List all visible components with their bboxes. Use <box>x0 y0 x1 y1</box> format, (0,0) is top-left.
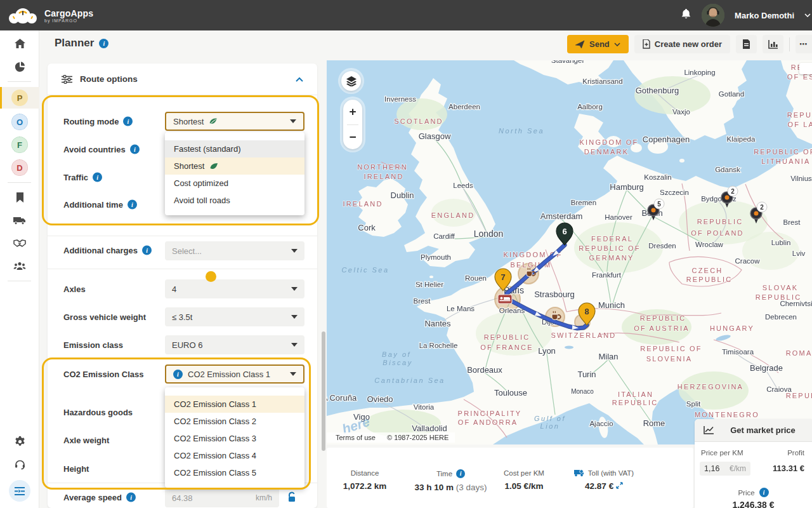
route-stats-bar: Distance 1,072.2 km Time 33 h 10 m (3 da… <box>327 448 693 508</box>
create-new-order-button[interactable]: Create new order <box>634 35 730 53</box>
lock-open-icon[interactable] <box>287 491 297 505</box>
map-label: Strasbourg <box>534 290 575 299</box>
co2-emission-class-select[interactable]: CO2 Emission Class 1 <box>165 364 304 384</box>
home-icon <box>15 39 25 49</box>
sidebar-item-bookmarks[interactable] <box>0 188 39 207</box>
planner-badge: P <box>11 90 28 106</box>
menu-option-avoid-toll-roads[interactable]: Avoid toll roads <box>165 192 304 209</box>
map-label: Bordeaux <box>467 365 502 375</box>
info-icon[interactable] <box>99 39 108 48</box>
cost-per-km-value: 1.05 €/km <box>483 481 565 491</box>
map-label: SWITZERLAND <box>551 331 616 339</box>
map-label: Brest <box>783 218 801 226</box>
export-pdf-button[interactable] <box>736 35 757 53</box>
get-market-price-label: Get market price <box>714 425 812 435</box>
sidebar-item-fleet[interactable]: F <box>0 135 39 154</box>
routing-mode-select[interactable]: Shortest <box>165 112 304 131</box>
zoom-in-button[interactable]: + <box>343 100 362 124</box>
info-icon[interactable] <box>128 200 137 210</box>
sidebar-expand-button[interactable] <box>9 480 30 502</box>
route-options-header[interactable]: Route options <box>48 64 317 95</box>
get-market-price-button[interactable]: Get market price <box>695 419 812 442</box>
emission-class-select[interactable]: EURO 6 <box>165 335 304 354</box>
user-name[interactable]: Marko Demothi <box>735 11 794 20</box>
avatar[interactable] <box>702 4 724 27</box>
average-speed-input[interactable]: 64.38 km/h <box>165 488 279 507</box>
map-label: Glasgow <box>419 131 451 141</box>
map[interactable]: North SeaCeltic SeaBay ofBiscayCantabria… <box>327 60 812 444</box>
map-label: OF POLAND <box>691 229 743 237</box>
sidebar-divider <box>8 281 31 281</box>
sidebar-item-team[interactable] <box>0 257 39 276</box>
additional-charges-select[interactable]: Select... <box>165 241 304 260</box>
chevron-down-icon <box>291 315 298 319</box>
info-icon[interactable] <box>93 173 102 182</box>
sidebar-item-support[interactable] <box>0 455 39 474</box>
map-layers-button[interactable] <box>341 71 361 91</box>
price-per-km-input[interactable]: 1,16 €/km <box>700 462 750 476</box>
menu-option-cost-optimized[interactable]: Cost optimized <box>165 175 304 192</box>
statistics-button[interactable] <box>763 35 783 53</box>
sidebar-item-orders[interactable]: O <box>0 112 39 131</box>
expand-arrows-icon[interactable] <box>616 482 623 489</box>
map-label: Dublin <box>391 190 414 200</box>
handshake-icon <box>13 239 26 248</box>
chevron-up-icon[interactable] <box>296 77 303 82</box>
hotel-icon[interactable] <box>498 295 512 304</box>
sidebar-item-planner[interactable]: P <box>0 87 39 109</box>
co2-emission-class-label: CO2 Emission Class <box>63 370 143 379</box>
bell-icon[interactable] <box>681 8 691 23</box>
sidebar-item-partners[interactable] <box>0 234 39 253</box>
map-label: OF AUSTRIA <box>634 324 689 332</box>
menu-option-co2-class-1[interactable]: CO2 Emission Class 1 <box>165 396 304 413</box>
map-label: Koszalin <box>644 173 671 181</box>
sidebar-divider <box>8 182 31 183</box>
map-label: Milan <box>598 352 618 361</box>
sidebar-item-documents[interactable]: D <box>0 158 39 177</box>
sidebar-item-dashboard[interactable] <box>0 57 39 76</box>
map-label: Linkoping <box>684 69 715 76</box>
info-icon[interactable] <box>123 117 133 126</box>
info-icon[interactable] <box>142 246 152 255</box>
map-label: IRELAND <box>363 173 403 180</box>
sidebar-item-vehicles[interactable] <box>0 211 39 230</box>
menu-option-shortest[interactable]: Shortest <box>165 157 304 175</box>
send-button[interactable]: Send <box>567 35 629 53</box>
map-label: OF FRANCE <box>480 344 533 351</box>
toll-value[interactable]: 42.87 € <box>585 481 613 491</box>
info-icon[interactable] <box>759 488 769 497</box>
menu-option-co2-class-3[interactable]: CO2 Emission Class 3 <box>165 430 304 447</box>
info-icon[interactable] <box>130 145 140 154</box>
axles-select[interactable]: 4 <box>165 279 304 298</box>
map-label: Lyon <box>538 346 556 356</box>
menu-option-co2-class-5[interactable]: CO2 Emission Class 5 <box>165 464 304 481</box>
info-icon[interactable] <box>173 370 183 379</box>
menu-option-co2-class-4[interactable]: CO2 Emission Class 4 <box>165 447 304 464</box>
gross-vehicle-weight-select[interactable]: ≤ 3.5t <box>165 307 304 326</box>
brand-logo[interactable]: CargoApps by IMPARGO <box>6 3 93 28</box>
info-icon[interactable] <box>126 493 136 502</box>
sidebar-item-home[interactable] <box>0 34 39 53</box>
menu-option-fastest[interactable]: Fastest (standard) <box>165 140 304 157</box>
routing-mode-menu: Fastest (standard) Shortest Cost optimiz… <box>165 132 304 215</box>
page-title: Planner <box>55 37 108 50</box>
hazardous-goods-label: Hazardous goods <box>63 408 133 417</box>
info-icon[interactable] <box>456 469 465 478</box>
map-label: Cork <box>358 223 376 232</box>
additional-time-toggle[interactable] <box>206 271 216 282</box>
zoom-out-button[interactable]: − <box>343 125 362 150</box>
emission-class-label: Emission class <box>63 340 123 350</box>
axles-value: 4 <box>172 284 176 294</box>
menu-option-co2-class-2[interactable]: CO2 Emission Class 2 <box>165 413 304 430</box>
map-label: OF LATVIA <box>787 121 812 128</box>
panel-scrollbar[interactable] <box>322 331 325 451</box>
routing-mode-value: Shortest <box>173 117 204 126</box>
more-button[interactable]: ⋯ <box>796 35 812 53</box>
terms-of-use-link[interactable]: Terms of use <box>336 434 376 441</box>
price-per-km-unit: €/km <box>730 464 746 473</box>
map-label: Frankfurt <box>592 271 622 279</box>
sidebar-item-settings[interactable] <box>0 432 39 451</box>
map-corner-control[interactable] <box>799 63 812 74</box>
map-canvas[interactable]: North SeaCeltic SeaBay ofBiscayCantabria… <box>327 60 812 444</box>
map-label: Gdansk <box>715 166 740 173</box>
